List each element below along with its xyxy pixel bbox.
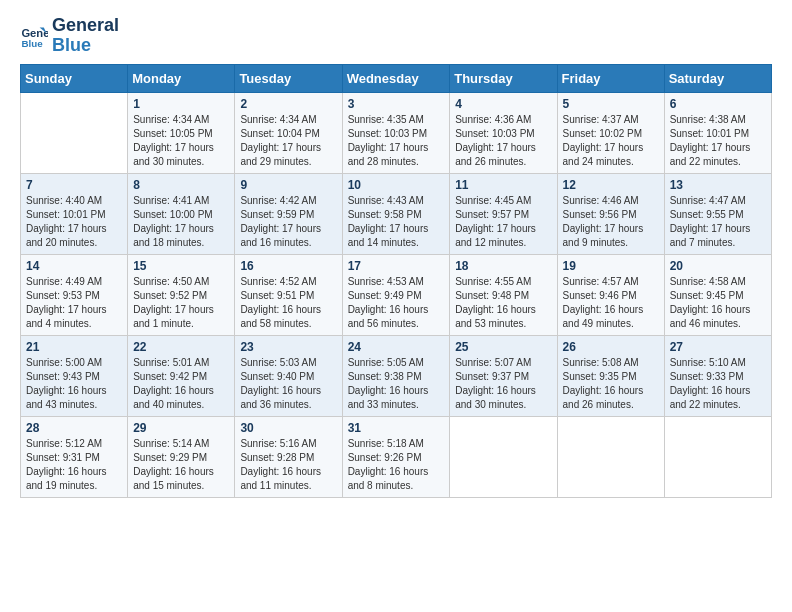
calendar-cell: 20Sunrise: 4:58 AM Sunset: 9:45 PM Dayli…: [664, 254, 771, 335]
day-number: 27: [670, 340, 766, 354]
day-info: Sunrise: 4:58 AM Sunset: 9:45 PM Dayligh…: [670, 275, 766, 331]
day-info: Sunrise: 4:52 AM Sunset: 9:51 PM Dayligh…: [240, 275, 336, 331]
day-info: Sunrise: 5:01 AM Sunset: 9:42 PM Dayligh…: [133, 356, 229, 412]
day-number: 28: [26, 421, 122, 435]
calendar-cell: 17Sunrise: 4:53 AM Sunset: 9:49 PM Dayli…: [342, 254, 450, 335]
day-info: Sunrise: 4:38 AM Sunset: 10:01 PM Daylig…: [670, 113, 766, 169]
day-info: Sunrise: 4:57 AM Sunset: 9:46 PM Dayligh…: [563, 275, 659, 331]
day-info: Sunrise: 4:47 AM Sunset: 9:55 PM Dayligh…: [670, 194, 766, 250]
calendar-cell: 15Sunrise: 4:50 AM Sunset: 9:52 PM Dayli…: [128, 254, 235, 335]
day-info: Sunrise: 5:07 AM Sunset: 9:37 PM Dayligh…: [455, 356, 551, 412]
day-number: 29: [133, 421, 229, 435]
day-number: 2: [240, 97, 336, 111]
day-number: 10: [348, 178, 445, 192]
calendar-table: SundayMondayTuesdayWednesdayThursdayFrid…: [20, 64, 772, 498]
day-number: 3: [348, 97, 445, 111]
day-info: Sunrise: 4:42 AM Sunset: 9:59 PM Dayligh…: [240, 194, 336, 250]
day-number: 19: [563, 259, 659, 273]
calendar-cell: 9Sunrise: 4:42 AM Sunset: 9:59 PM Daylig…: [235, 173, 342, 254]
calendar-cell: 7Sunrise: 4:40 AM Sunset: 10:01 PM Dayli…: [21, 173, 128, 254]
day-info: Sunrise: 4:55 AM Sunset: 9:48 PM Dayligh…: [455, 275, 551, 331]
day-number: 20: [670, 259, 766, 273]
calendar-cell: 16Sunrise: 4:52 AM Sunset: 9:51 PM Dayli…: [235, 254, 342, 335]
day-number: 9: [240, 178, 336, 192]
calendar-cell: 13Sunrise: 4:47 AM Sunset: 9:55 PM Dayli…: [664, 173, 771, 254]
calendar-cell: 14Sunrise: 4:49 AM Sunset: 9:53 PM Dayli…: [21, 254, 128, 335]
day-info: Sunrise: 4:53 AM Sunset: 9:49 PM Dayligh…: [348, 275, 445, 331]
day-info: Sunrise: 4:45 AM Sunset: 9:57 PM Dayligh…: [455, 194, 551, 250]
calendar-cell: 2Sunrise: 4:34 AM Sunset: 10:04 PM Dayli…: [235, 92, 342, 173]
logo-text: General Blue: [52, 16, 119, 56]
day-info: Sunrise: 4:43 AM Sunset: 9:58 PM Dayligh…: [348, 194, 445, 250]
calendar-cell: 27Sunrise: 5:10 AM Sunset: 9:33 PM Dayli…: [664, 335, 771, 416]
day-header-thursday: Thursday: [450, 64, 557, 92]
day-info: Sunrise: 4:46 AM Sunset: 9:56 PM Dayligh…: [563, 194, 659, 250]
day-info: Sunrise: 5:08 AM Sunset: 9:35 PM Dayligh…: [563, 356, 659, 412]
day-info: Sunrise: 4:34 AM Sunset: 10:04 PM Daylig…: [240, 113, 336, 169]
calendar-cell: 11Sunrise: 4:45 AM Sunset: 9:57 PM Dayli…: [450, 173, 557, 254]
day-number: 25: [455, 340, 551, 354]
page-header: General Blue General Blue: [20, 16, 772, 56]
day-number: 26: [563, 340, 659, 354]
day-number: 7: [26, 178, 122, 192]
day-number: 4: [455, 97, 551, 111]
calendar-cell: 19Sunrise: 4:57 AM Sunset: 9:46 PM Dayli…: [557, 254, 664, 335]
day-number: 31: [348, 421, 445, 435]
calendar-cell: 10Sunrise: 4:43 AM Sunset: 9:58 PM Dayli…: [342, 173, 450, 254]
day-number: 6: [670, 97, 766, 111]
day-header-monday: Monday: [128, 64, 235, 92]
day-info: Sunrise: 4:41 AM Sunset: 10:00 PM Daylig…: [133, 194, 229, 250]
day-info: Sunrise: 5:14 AM Sunset: 9:29 PM Dayligh…: [133, 437, 229, 493]
calendar-cell: 12Sunrise: 4:46 AM Sunset: 9:56 PM Dayli…: [557, 173, 664, 254]
calendar-cell: 31Sunrise: 5:18 AM Sunset: 9:26 PM Dayli…: [342, 416, 450, 497]
calendar-cell: 4Sunrise: 4:36 AM Sunset: 10:03 PM Dayli…: [450, 92, 557, 173]
day-number: 30: [240, 421, 336, 435]
calendar-cell: 8Sunrise: 4:41 AM Sunset: 10:00 PM Dayli…: [128, 173, 235, 254]
calendar-cell: 22Sunrise: 5:01 AM Sunset: 9:42 PM Dayli…: [128, 335, 235, 416]
day-number: 11: [455, 178, 551, 192]
calendar-cell: [450, 416, 557, 497]
calendar-cell: 1Sunrise: 4:34 AM Sunset: 10:05 PM Dayli…: [128, 92, 235, 173]
svg-text:Blue: Blue: [21, 38, 43, 49]
calendar-cell: 3Sunrise: 4:35 AM Sunset: 10:03 PM Dayli…: [342, 92, 450, 173]
day-number: 5: [563, 97, 659, 111]
calendar-cell: 30Sunrise: 5:16 AM Sunset: 9:28 PM Dayli…: [235, 416, 342, 497]
day-info: Sunrise: 5:00 AM Sunset: 9:43 PM Dayligh…: [26, 356, 122, 412]
day-number: 15: [133, 259, 229, 273]
logo: General Blue General Blue: [20, 16, 119, 56]
day-number: 22: [133, 340, 229, 354]
day-number: 14: [26, 259, 122, 273]
day-number: 12: [563, 178, 659, 192]
calendar-cell: 26Sunrise: 5:08 AM Sunset: 9:35 PM Dayli…: [557, 335, 664, 416]
day-info: Sunrise: 4:37 AM Sunset: 10:02 PM Daylig…: [563, 113, 659, 169]
day-info: Sunrise: 5:03 AM Sunset: 9:40 PM Dayligh…: [240, 356, 336, 412]
day-info: Sunrise: 5:05 AM Sunset: 9:38 PM Dayligh…: [348, 356, 445, 412]
day-number: 17: [348, 259, 445, 273]
calendar-cell: 18Sunrise: 4:55 AM Sunset: 9:48 PM Dayli…: [450, 254, 557, 335]
day-info: Sunrise: 4:49 AM Sunset: 9:53 PM Dayligh…: [26, 275, 122, 331]
day-info: Sunrise: 4:35 AM Sunset: 10:03 PM Daylig…: [348, 113, 445, 169]
day-number: 8: [133, 178, 229, 192]
day-number: 24: [348, 340, 445, 354]
day-info: Sunrise: 5:10 AM Sunset: 9:33 PM Dayligh…: [670, 356, 766, 412]
day-number: 1: [133, 97, 229, 111]
day-number: 16: [240, 259, 336, 273]
calendar-cell: 6Sunrise: 4:38 AM Sunset: 10:01 PM Dayli…: [664, 92, 771, 173]
day-info: Sunrise: 4:40 AM Sunset: 10:01 PM Daylig…: [26, 194, 122, 250]
day-info: Sunrise: 5:16 AM Sunset: 9:28 PM Dayligh…: [240, 437, 336, 493]
calendar-cell: [557, 416, 664, 497]
day-number: 21: [26, 340, 122, 354]
calendar-cell: 25Sunrise: 5:07 AM Sunset: 9:37 PM Dayli…: [450, 335, 557, 416]
calendar-cell: 5Sunrise: 4:37 AM Sunset: 10:02 PM Dayli…: [557, 92, 664, 173]
calendar-cell: 23Sunrise: 5:03 AM Sunset: 9:40 PM Dayli…: [235, 335, 342, 416]
day-info: Sunrise: 4:50 AM Sunset: 9:52 PM Dayligh…: [133, 275, 229, 331]
calendar-cell: 28Sunrise: 5:12 AM Sunset: 9:31 PM Dayli…: [21, 416, 128, 497]
day-header-sunday: Sunday: [21, 64, 128, 92]
calendar-cell: 24Sunrise: 5:05 AM Sunset: 9:38 PM Dayli…: [342, 335, 450, 416]
day-number: 13: [670, 178, 766, 192]
day-number: 18: [455, 259, 551, 273]
day-info: Sunrise: 5:18 AM Sunset: 9:26 PM Dayligh…: [348, 437, 445, 493]
day-header-tuesday: Tuesday: [235, 64, 342, 92]
day-info: Sunrise: 4:36 AM Sunset: 10:03 PM Daylig…: [455, 113, 551, 169]
calendar-cell: 29Sunrise: 5:14 AM Sunset: 9:29 PM Dayli…: [128, 416, 235, 497]
